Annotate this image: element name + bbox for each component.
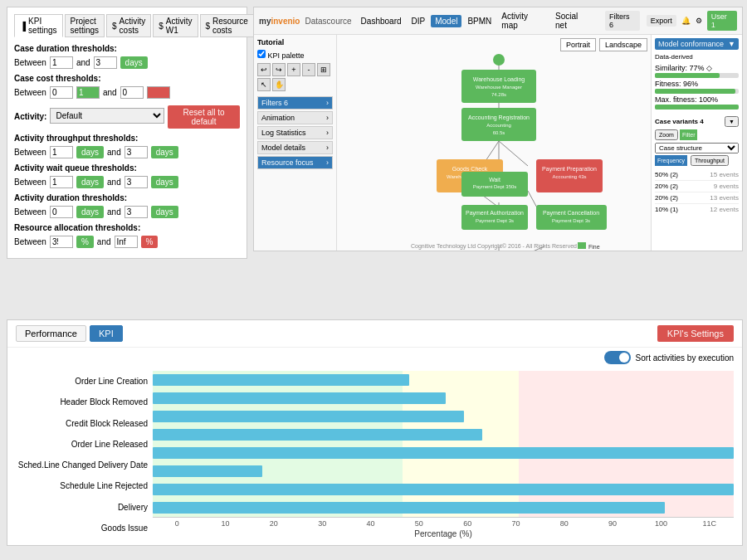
act-dur-unit2-btn[interactable]: days [151,206,178,218]
res-alloc-input1[interactable] [50,236,73,248]
nav-bpmn[interactable]: BPMN [463,15,496,27]
conformance-expand-btn[interactable]: ▼ [728,40,735,48]
tab-performance[interactable]: Performance [16,325,86,342]
x-tick-10: 100 [637,519,685,528]
bell-icon[interactable]: 🔔 [681,17,691,25]
select-btn[interactable]: ↖ [257,78,271,91]
frequency-btn[interactable]: Frequency [655,155,687,166]
tab-kpi[interactable]: KPI [90,325,123,342]
sort-toggle-switch[interactable] [604,351,631,364]
act-dur-input2[interactable] [124,206,148,218]
case-duration-input1[interactable] [50,56,73,69]
wait-unit2-btn[interactable]: days [151,176,178,188]
log-stats-section-btn[interactable]: Log Statistics › [257,126,333,139]
kpi-palette: KPI palette [257,50,333,60]
between-label4: Between [14,178,46,187]
wait-unit1-btn[interactable]: days [76,176,104,188]
throughput-input2[interactable] [124,146,148,158]
similarity-row: Similarity: 77% ◇ [655,64,739,78]
and-label2: and [103,88,117,97]
nav-activity-map[interactable]: Activity map [497,10,549,32]
svg-text:Goods Check: Goods Check [452,166,488,172]
throughput-input1[interactable] [50,146,73,158]
wait-queue-input1[interactable] [50,176,73,188]
filters-section-btn[interactable]: Filters 6 › [257,96,333,110]
svg-rect-32 [536,205,607,230]
log-stats-section: Log Statistics › [257,126,333,139]
user-btn[interactable]: User 1 [707,11,737,31]
redo-btn[interactable]: ↪ [272,63,286,76]
case-cost-input1[interactable] [50,86,73,99]
between-label3: Between [14,148,46,157]
animation-section-btn[interactable]: Animation › [257,111,333,124]
variant-row-2[interactable]: 20% (2) 9 events [655,181,739,192]
bar-7 [153,502,665,514]
throughput-tab-btn[interactable]: Throughput [691,155,729,166]
variants-expand-btn[interactable]: ▼ [725,116,739,127]
model-header: myinvenio Datascource Dashboard DIP Mode… [254,7,742,35]
chevron-right-icon2: › [326,114,329,122]
case-cost-input2[interactable] [76,86,100,99]
chart-body: Order Line Creation Header Block Removed… [7,368,742,545]
filter-btn[interactable]: Filter [680,129,698,140]
variant-row-4[interactable]: 10% (1) 12 events [655,204,739,215]
resource-focus-section: Resource focus › [257,156,333,169]
nav-social-net[interactable]: Social net [551,10,595,32]
case-variants-header: Case variants 4 ▼ [655,116,739,127]
filters-btn[interactable]: Filters 6 [605,11,640,31]
process-flow-svg: Warehouse Loading Warehouse Manager 74.2… [354,43,644,251]
pan-btn[interactable]: ✋ [272,78,286,91]
res-alloc-input2[interactable] [115,236,138,248]
tab-activity-costs[interactable]: $ Activity costs [106,14,151,37]
fit-btn[interactable]: ⊞ [317,63,330,76]
nav-dip[interactable]: DIP [408,15,430,27]
throughput-unit2-btn[interactable]: days [151,146,178,158]
kpi-settings-btn[interactable]: KPI's Settings [657,325,734,342]
wait-queue-input2[interactable] [124,176,148,188]
chevron-right-icon5: › [326,158,329,167]
svg-text:Payment Cancellation: Payment Cancellation [543,210,599,217]
x-tick-1: 10 [201,519,249,528]
zoom-btn[interactable]: Zoom [655,129,678,140]
undo-btn[interactable]: ↩ [257,63,271,76]
zoom-in-btn[interactable]: + [287,63,300,76]
svg-text:Payment Dept 350s: Payment Dept 350s [473,184,517,189]
kpi-palette-checkbox[interactable] [257,50,266,58]
variant-row-1[interactable]: 50% (2) 15 events [655,169,739,181]
throughput-label: Activity throughput thresholds: [14,134,240,143]
zoom-out-btn[interactable]: - [302,63,315,76]
case-cost-input4[interactable] [147,86,170,99]
tab-kpi-settings[interactable]: ▐ KPI settings [14,14,63,37]
case-structure-select[interactable]: Case structure [655,143,739,153]
between-label6: Between [14,237,46,246]
resource-focus-section-btn[interactable]: Resource focus › [257,156,333,169]
x-tick-2: 20 [250,519,298,528]
tab-activity-w1[interactable]: $ Activity W1 [153,14,198,37]
throughput-unit1-btn[interactable]: days [76,146,104,158]
case-cost-input3[interactable] [120,86,144,99]
datasource-label: Datascource [305,17,351,26]
activity-select[interactable]: Default [50,108,164,124]
tab-project-settings[interactable]: Project settings [65,14,105,37]
case-variants-section: Case variants 4 ▼ Zoom Filter Case struc… [655,116,739,215]
nav-model[interactable]: Model [431,15,461,27]
export-btn[interactable]: Export [647,15,676,27]
res-alloc-unit2-btn[interactable]: % [141,236,159,248]
reset-btn[interactable]: Reset all to default [168,105,240,129]
variant-row-3[interactable]: 20% (2) 13 events [655,192,739,204]
label-4: Sched.Line Changed Delivery Date [16,456,148,475]
case-duration-unit-btn[interactable]: days [120,56,148,69]
label-0: Order Line Creation [16,373,148,391]
nav-dashboard[interactable]: Dashboard [357,15,406,27]
case-duration-input2[interactable] [94,56,117,69]
bar-0 [153,374,409,386]
tab-resource-costs[interactable]: $ Resource costs [200,14,254,37]
gear-icon[interactable]: ⚙ [696,17,702,25]
label-7: Goods Issue [16,519,148,537]
between-label: Between [14,58,46,67]
chart-area: 0 10 20 30 40 50 60 70 80 90 100 11C Per… [153,371,734,538]
res-alloc-unit1-btn[interactable]: % [76,236,94,248]
act-dur-input1[interactable] [50,206,73,218]
model-details-section-btn[interactable]: Model details › [257,141,333,154]
act-dur-unit1-btn[interactable]: days [76,206,104,218]
